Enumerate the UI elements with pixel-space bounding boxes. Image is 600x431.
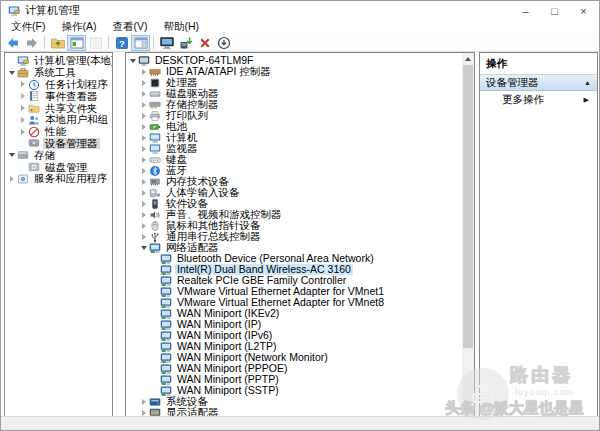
menu-item[interactable]: 文件(F)	[3, 20, 53, 34]
tree-item[interactable]: 性能	[5, 126, 112, 138]
device-manager-icon	[28, 137, 40, 149]
uninstall-device-button[interactable]	[195, 35, 214, 51]
show-action-pane-button[interactable]	[131, 35, 150, 51]
tree-item-label: 设备管理器	[43, 138, 100, 149]
tree-item-label: 性能	[43, 126, 68, 137]
expander-icon[interactable]	[18, 117, 28, 123]
app-icon	[8, 5, 20, 17]
expander-icon[interactable]	[18, 93, 28, 99]
expander-icon[interactable]	[139, 80, 149, 86]
more-actions-item[interactable]: 更多操作 ▶	[480, 91, 597, 109]
submenu-arrow-icon: ▶	[584, 96, 589, 104]
expander-icon[interactable]	[7, 153, 17, 157]
console-tree-pane: 计算机管理(本地)系统工具任务计划程序事件查看器共享文件夹本地用户和组性能设备管…	[4, 52, 113, 417]
tree-item[interactable]: 存储	[5, 149, 112, 161]
menu-item[interactable]: 操作(A)	[53, 20, 104, 34]
computer-mgmt-icon	[17, 55, 29, 67]
show-console-tree-icon	[69, 35, 85, 51]
help-icon: ?	[114, 35, 130, 51]
scan-hardware-icon	[159, 35, 175, 51]
scroll-down-button[interactable]	[462, 404, 474, 416]
expander-icon[interactable]	[7, 176, 17, 182]
expander-icon[interactable]	[139, 113, 149, 119]
tree-item[interactable]: 系统工具	[5, 67, 112, 79]
scrollbar-thumb[interactable]	[463, 65, 473, 348]
back-icon	[5, 35, 21, 51]
folder-up-button[interactable]	[48, 35, 67, 51]
toolbar-separator	[153, 36, 154, 49]
tree-item-label: 服务和应用程序	[32, 173, 110, 184]
maximize-button[interactable]: □	[540, 1, 569, 20]
expander-icon[interactable]	[139, 201, 149, 207]
expander-icon[interactable]	[128, 59, 138, 63]
menu-item[interactable]: 查看(V)	[104, 20, 155, 34]
expander-icon[interactable]	[139, 223, 149, 229]
expander-icon[interactable]	[139, 246, 149, 250]
expander-icon[interactable]	[139, 190, 149, 196]
folder-up-icon	[50, 35, 66, 51]
title-bar: 计算机管理 – □ ×	[1, 1, 599, 20]
forward-button[interactable]	[22, 35, 41, 51]
disable-device-button[interactable]	[214, 35, 233, 51]
forward-icon	[24, 35, 40, 51]
show-action-pane-icon	[133, 35, 149, 51]
tree-item-label: 任务计划程序	[43, 79, 110, 90]
tree-item[interactable]: 事件查看器	[5, 90, 112, 102]
tree-item[interactable]: 本地用户和组	[5, 114, 112, 126]
tree-item[interactable]: 磁盘管理	[5, 161, 112, 173]
expander-icon[interactable]	[18, 81, 28, 87]
collapse-icon[interactable]: ▲	[584, 79, 591, 86]
tree-item[interactable]: 共享文件夹	[5, 102, 112, 114]
status-bar	[1, 416, 599, 430]
svg-text:?: ?	[119, 37, 125, 48]
tree-item-label: 本地用户和组	[43, 114, 110, 125]
scroll-down-icon	[465, 408, 471, 412]
expander-icon[interactable]	[139, 168, 149, 174]
tree-item[interactable]: 计算机管理(本地)	[5, 55, 112, 67]
expander-icon[interactable]	[139, 410, 149, 416]
toolbar-separator	[44, 36, 45, 49]
expander-icon[interactable]	[18, 105, 28, 111]
tree-item-label: 磁盘管理	[43, 162, 89, 173]
tree-item[interactable]: 任务计划程序	[5, 79, 112, 91]
expander-icon[interactable]	[139, 102, 149, 108]
system-tools-icon	[17, 67, 29, 79]
vertical-scrollbar[interactable]	[462, 53, 474, 416]
export-list-button[interactable]	[86, 35, 105, 51]
expander-icon[interactable]	[139, 399, 149, 405]
back-button[interactable]	[3, 35, 22, 51]
expander-icon[interactable]	[7, 71, 17, 75]
expander-icon[interactable]	[139, 157, 149, 163]
actions-section-header[interactable]: 设备管理器 ▲	[480, 75, 597, 91]
actions-pane-title: 操作	[480, 53, 597, 75]
help-button[interactable]: ?	[112, 35, 131, 51]
expander-icon[interactable]	[139, 135, 149, 141]
close-button[interactable]: ×	[569, 1, 598, 20]
scroll-up-button[interactable]	[462, 53, 474, 65]
expander-icon[interactable]	[139, 69, 149, 75]
storage-icon	[17, 149, 29, 161]
actions-section-label: 设备管理器	[486, 76, 539, 90]
expander-icon[interactable]	[139, 91, 149, 97]
event-viewer-icon	[28, 90, 40, 102]
expander-icon[interactable]	[139, 124, 149, 130]
expander-icon[interactable]	[139, 212, 149, 218]
expander-icon[interactable]	[139, 179, 149, 185]
computer-management-window: 计算机管理 – □ × 文件(F)操作(A)查看(V)帮助(H) ? 计算机管理…	[0, 0, 600, 431]
expander-icon[interactable]	[18, 129, 28, 135]
show-console-tree-button[interactable]	[67, 35, 86, 51]
actions-pane: 操作 设备管理器 ▲ 更多操作 ▶	[479, 52, 598, 417]
performance-icon	[28, 126, 40, 138]
disable-device-icon	[216, 35, 232, 51]
expander-icon[interactable]	[139, 146, 149, 152]
expander-icon[interactable]	[139, 234, 149, 240]
tree-item-label: 共享文件夹	[43, 103, 100, 114]
tree-item[interactable]: 设备管理器	[5, 138, 112, 150]
menu-item[interactable]: 帮助(H)	[155, 20, 207, 34]
device-tree: DESKTOP-64TLM9FIDE ATA/ATAPI 控制器处理器磁盘驱动器…	[126, 53, 474, 417]
export-list-icon	[88, 35, 104, 51]
tree-item[interactable]: 服务和应用程序	[5, 173, 112, 185]
update-driver-button[interactable]	[176, 35, 195, 51]
minimize-button[interactable]: –	[511, 1, 540, 20]
scan-hardware-button[interactable]	[157, 35, 176, 51]
